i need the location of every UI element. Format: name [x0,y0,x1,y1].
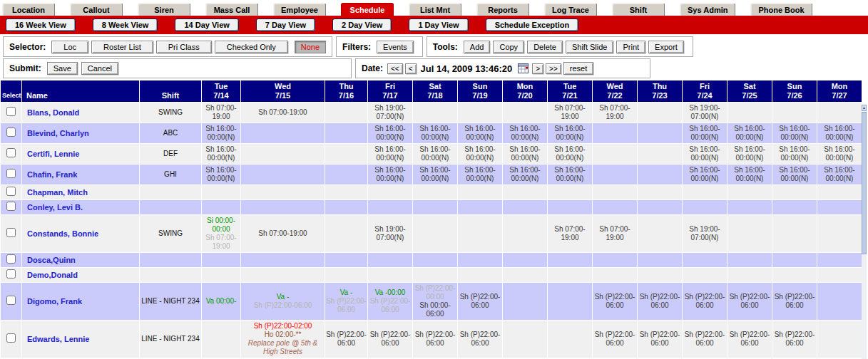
schedule-cell[interactable] [325,144,368,165]
schedule-cell[interactable] [548,321,593,358]
schedule-cell[interactable] [241,144,325,165]
schedule-cell[interactable] [413,185,458,200]
schedule-cell[interactable] [817,185,862,200]
schedule-cell[interactable] [368,253,413,268]
schedule-cell[interactable]: Sh (P)22:00-00:00Sh 00:00-06:00 [413,283,458,321]
schedule-cell[interactable]: Sh (P)22:00-06:00 [727,321,772,358]
schedule-cell[interactable] [817,283,862,321]
schedule-cell[interactable]: Sh 16:00-00:00(N) [503,123,548,144]
tab-phone-book[interactable]: Phone Book [750,3,812,16]
schedule-cell[interactable] [772,215,817,253]
schedule-cell[interactable] [817,321,862,358]
schedule-cell[interactable] [458,200,503,215]
tab-siren[interactable]: Siren [138,3,190,16]
schedule-cell[interactable] [638,215,683,253]
row-checkbox-certifi-lennie[interactable] [6,148,16,157]
schedule-cell[interactable]: Sh (P)22:00-02:00Ho 02:00-**Replace pole… [241,321,325,358]
schedule-cell[interactable]: Sh 16:00-00:00(N) [817,165,862,185]
schedule-cell[interactable] [503,253,548,268]
schedule-cell[interactable]: Sh 16:00-00:00(N) [772,123,817,144]
schedule-cell[interactable]: Sh 16:00-00:00(N) [368,123,413,144]
schedule-cell[interactable] [202,268,241,283]
row-checkbox-conley-levi-b[interactable] [6,202,16,211]
schedule-cell[interactable]: Sh (P)22:00-06:00 [683,321,727,358]
add-button[interactable]: Add [464,41,491,53]
view-button-7-day-view[interactable]: 7 Day View [256,19,315,31]
schedule-cell[interactable] [325,103,368,123]
schedule-cell[interactable]: Sh 16:00-00:00(N) [817,123,862,144]
schedule-cell[interactable] [202,185,241,200]
schedule-cell[interactable] [368,200,413,215]
schedule-cell[interactable]: Sh 16:00-00:00(N) [548,165,593,185]
schedule-cell[interactable] [593,253,638,268]
schedule-cell[interactable] [817,253,862,268]
schedule-cell[interactable] [241,165,325,185]
schedule-cell[interactable] [548,253,593,268]
schedule-cell[interactable]: Sh (P)22:00-06:00 [458,283,503,321]
schedule-cell[interactable]: Sh 16:00-00:00(N) [683,165,727,185]
schedule-cell[interactable] [548,268,593,283]
schedule-cell[interactable]: Sh 19:00-07:00(N) [368,215,413,253]
tab-location[interactable]: Location [2,3,55,16]
schedule-cell[interactable]: Sh 16:00-00:00(N) [503,144,548,165]
schedule-cell[interactable]: Sh 16:00-00:00(N) [772,144,817,165]
schedule-cell[interactable] [368,268,413,283]
schedule-cell[interactable]: Sh 16:00-00:00(N) [458,123,503,144]
schedule-cell[interactable]: Sh (P)22:00-06:00 [368,321,413,358]
tab-log-trace[interactable]: Log Trace [544,3,597,16]
schedule-cell[interactable]: Sh 07:00-19:00 [593,103,638,123]
schedule-cell[interactable]: Sh 16:00-00:00(N) [368,165,413,185]
schedule-cell[interactable] [413,200,458,215]
schedule-cell[interactable]: Va -Sh (P)22:00-06:00 [325,283,368,321]
schedule-cell[interactable] [593,268,638,283]
schedule-cell[interactable]: Sh 07:00-19:00 [593,215,638,253]
schedule-cell[interactable] [325,123,368,144]
schedule-cell[interactable] [683,268,727,283]
schedule-cell[interactable] [413,268,458,283]
schedule-cell[interactable] [503,283,548,321]
roster-list-button[interactable]: Roster List [91,41,153,53]
schedule-cell[interactable] [727,185,772,200]
schedule-cell[interactable] [458,268,503,283]
view-button-14-day-view[interactable]: 14 Day View [175,19,238,31]
schedule-cell[interactable] [727,200,772,215]
schedule-cell[interactable] [638,103,683,123]
tab-sys-admin[interactable]: Sys Admin [680,3,735,16]
schedule-cell[interactable] [817,200,862,215]
schedule-cell[interactable]: Sh 16:00-00:00(N) [458,165,503,185]
schedule-cell[interactable]: Sh 07:00-19:00 [241,103,325,123]
employee-name[interactable]: Dosca,Quinn [22,253,140,268]
schedule-cell[interactable]: Si 00:00-00:00Sh 07:00-19:00 [202,215,241,253]
schedule-cell[interactable]: Sh 07:00-19:00 [548,215,593,253]
row-checkbox-demo-donald[interactable] [6,269,16,279]
schedule-cell[interactable] [638,123,683,144]
schedule-cell[interactable]: Sh (P)22:00-06:00 [325,321,368,358]
schedule-cell[interactable] [683,253,727,268]
schedule-cell[interactable] [413,215,458,253]
schedule-cell[interactable] [817,268,862,283]
schedule-cell[interactable] [503,321,548,358]
date-back-button[interactable]: < [405,63,417,74]
none-button[interactable]: None [295,41,326,53]
schedule-cell[interactable]: Sh 19:00-07:00(N) [683,215,727,253]
schedule-cell[interactable] [727,103,772,123]
tab-list-mnt[interactable]: List Mnt [409,3,461,16]
schedule-cell[interactable] [503,200,548,215]
schedule-cell[interactable]: Sh 16:00-00:00(N) [548,144,593,165]
schedule-cell[interactable] [683,185,727,200]
export-button[interactable]: Export [648,41,684,53]
schedule-cell[interactable] [241,200,325,215]
employee-name[interactable]: Chapman, Mitch [22,185,140,200]
date-forward-fast-button[interactable]: >> [546,63,561,74]
schedule-cell[interactable]: Sh 16:00-00:00(N) [683,144,727,165]
schedule-cell[interactable] [458,215,503,253]
row-checkbox-chafin-frank[interactable] [6,169,16,178]
schedule-cell[interactable]: Sh 16:00-00:00(N) [683,123,727,144]
schedule-cell[interactable] [413,253,458,268]
schedule-cell[interactable]: Sh 16:00-00:00(N) [503,165,548,185]
copy-button[interactable]: Copy [493,41,524,53]
schedule-cell[interactable] [458,185,503,200]
schedule-cell[interactable]: Sh (P)22:00-06:00 [638,283,683,321]
tab-reports[interactable]: Reports [476,3,529,16]
schedule-cell[interactable] [772,185,817,200]
